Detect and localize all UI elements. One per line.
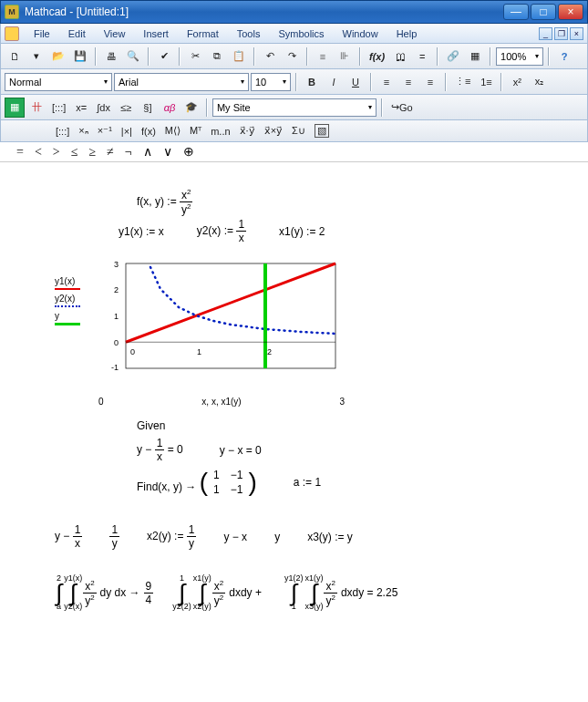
numbering-button[interactable]: 1≡ bbox=[476, 72, 496, 92]
copy-button[interactable]: ⧉ bbox=[207, 46, 227, 67]
mdi-minimize-button[interactable]: _ bbox=[539, 27, 552, 40]
x2-def[interactable]: x2(y) := 1y bbox=[147, 524, 196, 549]
calculus-toolbar-icon[interactable]: ∫dx bbox=[93, 98, 114, 118]
palette-sum-icon[interactable]: Σ∪ bbox=[292, 125, 305, 137]
op-le[interactable]: ≤ bbox=[71, 145, 78, 160]
palette-range-icon[interactable]: m..n bbox=[211, 126, 230, 137]
mdi-close-button[interactable]: × bbox=[570, 27, 583, 40]
menu-tools[interactable]: Tools bbox=[228, 26, 270, 42]
cut-button[interactable]: ✂ bbox=[185, 46, 205, 67]
palette-picture-icon[interactable]: ▧ bbox=[315, 124, 329, 138]
font-size-combo[interactable]: 10▾ bbox=[251, 73, 291, 91]
menu-file[interactable]: File bbox=[25, 26, 59, 42]
app-menu-icon[interactable] bbox=[5, 26, 19, 41]
insert-unit-button[interactable]: 🕮 bbox=[390, 46, 410, 67]
menu-symbolics[interactable]: Symbolics bbox=[269, 26, 333, 42]
print-preview-button[interactable]: 🔍 bbox=[123, 46, 143, 67]
go-button[interactable]: ↪ Go bbox=[387, 98, 417, 118]
a-assign[interactable]: a := 1 bbox=[294, 476, 321, 489]
op-lt[interactable]: < bbox=[35, 145, 42, 160]
save-button[interactable]: 💾 bbox=[70, 46, 90, 67]
op-eq[interactable]: = bbox=[16, 145, 24, 160]
matrix-toolbar-icon[interactable]: [:::] bbox=[48, 98, 69, 118]
expr-y[interactable]: y bbox=[274, 531, 280, 543]
redo-button[interactable]: ↷ bbox=[282, 46, 302, 67]
palette-inverse-icon[interactable]: ×⁻¹ bbox=[98, 125, 112, 137]
calculator-icon[interactable]: ▦ bbox=[5, 98, 25, 118]
expr-y-minus-x[interactable]: y − x bbox=[223, 531, 247, 543]
menu-window[interactable]: Window bbox=[334, 26, 387, 42]
greek-toolbar-icon[interactable]: αβ bbox=[160, 98, 180, 118]
palette-column-icon[interactable]: M⟨⟩ bbox=[165, 125, 181, 137]
symbolic-toolbar-icon[interactable]: 🎓 bbox=[181, 98, 201, 118]
op-ne[interactable]: ≠ bbox=[107, 145, 114, 160]
palette-vectorize-icon[interactable]: f(x) bbox=[141, 126, 156, 137]
underline-button[interactable]: U bbox=[346, 72, 366, 92]
insert-function-button[interactable]: f(x) bbox=[366, 46, 388, 67]
subscript-button[interactable]: x₂ bbox=[529, 72, 549, 92]
mdi-restore-button[interactable]: ❐ bbox=[554, 27, 568, 40]
eq-x1[interactable]: x1(y) := 2 bbox=[279, 225, 325, 238]
align-right-button[interactable]: ≡ bbox=[420, 72, 440, 92]
double-integral-1[interactable]: 2∫a y1(x)∫y2(x) x2y2 dy dx → 94 bbox=[55, 574, 153, 611]
align2-icon[interactable]: ⊪ bbox=[335, 46, 355, 67]
spellcheck-button[interactable]: ✔ bbox=[154, 46, 174, 67]
op-and[interactable]: ∧ bbox=[143, 144, 152, 160]
resource-site-combo[interactable]: My Site▾ bbox=[212, 98, 377, 117]
insert-component-button[interactable]: ▦ bbox=[465, 46, 485, 67]
menu-format[interactable]: Format bbox=[178, 26, 228, 42]
op-xor[interactable]: ⊕ bbox=[183, 144, 194, 160]
align-center-button[interactable]: ≡ bbox=[398, 72, 418, 92]
constraint-2[interactable]: y − x = 0 bbox=[220, 444, 262, 457]
palette-dot-icon[interactable]: x⃗·y⃗ bbox=[240, 125, 255, 137]
open-button[interactable]: 📂 bbox=[48, 46, 68, 67]
menu-help[interactable]: Help bbox=[387, 26, 427, 42]
programming-toolbar-icon[interactable]: §] bbox=[138, 98, 158, 118]
expr-y-minus-1x[interactable]: y − 1x bbox=[55, 524, 82, 549]
zoom-combo[interactable]: 100%▾ bbox=[496, 47, 543, 66]
op-ge[interactable]: ≥ bbox=[88, 145, 96, 160]
find-expr[interactable]: Find(x, y) → ( 1−11−1 ) bbox=[137, 468, 257, 497]
constraint-1[interactable]: y − 1x = 0 bbox=[137, 438, 183, 462]
op-not[interactable]: ¬ bbox=[125, 145, 132, 160]
menu-edit[interactable]: Edit bbox=[59, 26, 95, 42]
align-left-button[interactable]: ≡ bbox=[377, 72, 397, 92]
palette-matrix-icon[interactable]: [:::] bbox=[56, 126, 69, 137]
boolean-toolbar-icon[interactable]: ≤≥ bbox=[116, 98, 136, 118]
xy-plot[interactable]: y1(x) y2(x) y 3 2 1 0 -1 0 1 2 bbox=[55, 254, 552, 391]
double-integral-2[interactable]: 1∫y2(2) x1(y)∫x2(y) x2y2 dxdy + bbox=[171, 574, 265, 611]
op-or[interactable]: ∨ bbox=[163, 144, 172, 160]
minimize-button[interactable]: — bbox=[503, 4, 529, 20]
palette-transpose-icon[interactable]: Mᵀ bbox=[190, 125, 201, 137]
palette-subscript-icon[interactable]: ×ₙ bbox=[78, 125, 88, 137]
menu-insert[interactable]: Insert bbox=[134, 26, 178, 42]
palette-cross-icon[interactable]: x⃗×y⃗ bbox=[264, 125, 283, 137]
close-button[interactable]: × bbox=[558, 4, 583, 20]
new-button[interactable]: 🗋 bbox=[5, 46, 25, 67]
eq-y2[interactable]: y2(x) := 1x bbox=[197, 219, 246, 243]
calculate-button[interactable]: = bbox=[412, 46, 432, 67]
bullets-button[interactable]: ⋮≡ bbox=[451, 72, 474, 92]
maximize-button[interactable]: □ bbox=[531, 4, 556, 20]
paste-button[interactable]: 📋 bbox=[229, 46, 249, 67]
align-icon[interactable]: ≡ bbox=[313, 46, 333, 67]
graph-toolbar-icon[interactable]: 卄 bbox=[26, 98, 46, 118]
eq-fxy[interactable]: f(x, y) := x2 y2 bbox=[137, 189, 192, 215]
bold-button[interactable]: B bbox=[302, 72, 322, 92]
double-integral-3[interactable]: y1(2)∫1 x1(y)∫x3(y) x2y2 dxdy = 2.25 bbox=[284, 574, 397, 611]
new-dropdown-icon[interactable]: ▾ bbox=[26, 46, 46, 67]
menu-view[interactable]: View bbox=[95, 26, 135, 42]
style-combo[interactable]: Normal▾ bbox=[5, 73, 112, 91]
palette-abs-icon[interactable]: |×| bbox=[121, 126, 132, 137]
superscript-button[interactable]: x² bbox=[507, 72, 527, 92]
expr-1-over-y[interactable]: 1y bbox=[109, 524, 119, 549]
print-button[interactable]: 🖶 bbox=[101, 46, 121, 67]
evaluation-toolbar-icon[interactable]: x= bbox=[71, 98, 91, 118]
worksheet-area[interactable]: f(x, y) := x2 y2 y1(x) := x y2(x) := 1x … bbox=[0, 162, 588, 638]
x3-def[interactable]: x3(y) := y bbox=[307, 531, 353, 543]
font-combo[interactable]: Arial▾ bbox=[114, 73, 249, 91]
given-keyword[interactable]: Given bbox=[137, 419, 552, 432]
undo-button[interactable]: ↶ bbox=[260, 46, 280, 67]
insert-hyperlink-button[interactable]: 🔗 bbox=[443, 46, 463, 67]
op-gt[interactable]: > bbox=[53, 145, 60, 160]
